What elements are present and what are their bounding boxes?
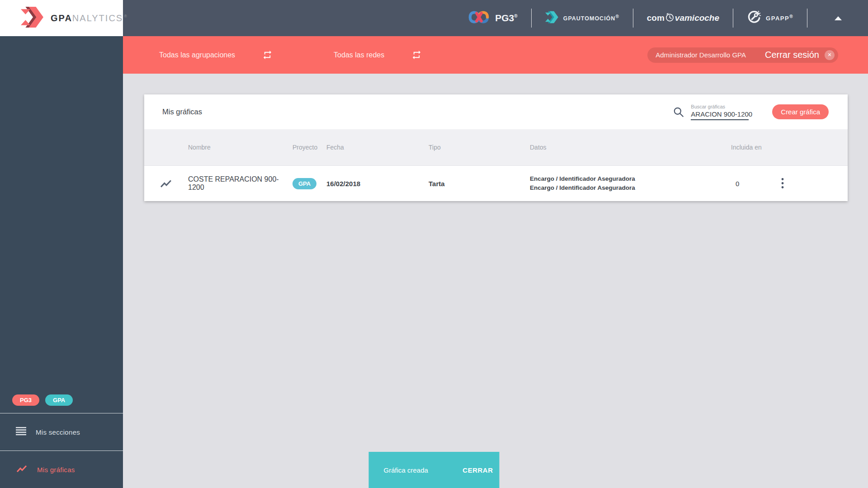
gpapp-wrench-icon	[747, 10, 761, 26]
header-tipo: Tipo	[429, 144, 530, 151]
line-chart-icon	[16, 464, 28, 475]
sidebar-item-mis-graficas[interactable]: Mis gráficas	[0, 451, 123, 488]
table-row[interactable]: COSTE REPARACION 900-1200 GPA 16/02/2018…	[144, 166, 848, 201]
search-icon[interactable]	[673, 106, 684, 118]
datos-line-2: Encargo / Identificador Aseguradora	[530, 183, 731, 192]
cell-fecha: 16/02/2018	[326, 180, 429, 188]
sidebar-item-mis-secciones[interactable]: Mis secciones	[0, 413, 123, 450]
clock-icon	[665, 12, 675, 24]
cell-tipo: Tarta	[429, 180, 530, 188]
gpa-analytics-arrow-icon	[21, 7, 44, 29]
gpa-badge[interactable]: GPA	[45, 394, 73, 406]
header-proyecto: Proyecto	[292, 144, 326, 151]
search-input-value: ARACION 900-1200	[691, 110, 752, 118]
snackbar: Gráfica creada CERRAR	[369, 452, 500, 488]
search-input[interactable]: Buscar gráficas ARACION 900-1200	[691, 104, 749, 120]
partner-logos: PG3® GPAUTOMOCIÓN® com	[468, 9, 868, 28]
pg3-infinity-icon	[468, 10, 490, 26]
header-incluida-en: Incluida en	[731, 144, 777, 151]
filter-bar: Todas las agrupaciones Todas las redes A…	[123, 36, 868, 74]
collapse-caret-icon[interactable]	[835, 16, 842, 20]
pg3-logo[interactable]: PG3®	[468, 10, 517, 26]
snackbar-message: Gráfica creada	[384, 466, 428, 474]
logout-button[interactable]: Cerrar sesión	[765, 50, 819, 60]
topbar-divider	[807, 9, 807, 28]
topbar-divider	[531, 9, 532, 28]
sidebar-spacer	[0, 36, 123, 394]
gpautomocion-logo[interactable]: GPAUTOMOCIÓN®	[545, 11, 619, 25]
cell-proyecto: GPA	[292, 178, 326, 189]
redes-label: Todas las redes	[334, 51, 384, 59]
create-chart-button[interactable]: Crear gráfica	[772, 104, 829, 119]
sidebar-item-label: Mis gráficas	[37, 466, 75, 474]
topbar-divider	[633, 9, 633, 28]
header-datos: Datos	[530, 144, 731, 151]
search-input-label: Buscar gráficas	[691, 104, 749, 109]
logout-close-icon[interactable]: ✕	[825, 50, 835, 60]
user-name: Administrador Desarrollo GPA	[656, 51, 746, 59]
brand-wordmark: GPANALYTICS®	[51, 13, 128, 23]
proyecto-badge: GPA	[292, 178, 316, 189]
cell-incluida-en: 0	[731, 180, 777, 188]
sidebar-badges: PG3 GPA	[0, 394, 123, 413]
cell-nombre: COSTE REPARACION 900-1200	[188, 175, 292, 192]
main-content: Mis gráficas Buscar gráficas ARACION 900…	[123, 74, 868, 488]
gpa-analytics-logo[interactable]: GPANALYTICS®	[0, 0, 123, 36]
swap-agrupaciones-icon[interactable]	[262, 50, 273, 60]
comprovamicoche-logo[interactable]: com vamicoche	[647, 12, 719, 24]
table-header: Nombre Proyecto Fecha Tipo Datos Incluid…	[144, 129, 848, 166]
user-session-pill: Administrador Desarrollo GPA Cerrar sesi…	[647, 47, 838, 63]
snackbar-close-button[interactable]: CERRAR	[462, 466, 493, 474]
chart-type-icon	[144, 178, 188, 189]
swap-redes-icon[interactable]	[411, 50, 422, 60]
page-title: Mis gráficas	[162, 108, 202, 116]
agrupaciones-label: Todas las agrupaciones	[159, 51, 235, 59]
sidebar: PG3 GPA Mis secciones Mis gráficas	[0, 36, 123, 488]
header-nombre: Nombre	[188, 144, 292, 151]
sidebar-item-label: Mis secciones	[36, 428, 80, 436]
menu-icon	[16, 427, 26, 437]
datos-line-1: Encargo / Identificador Aseguradora	[530, 174, 731, 183]
top-bar: GPANALYTICS® PG3®	[0, 0, 868, 36]
row-menu-icon[interactable]	[777, 178, 788, 189]
gpapp-logo[interactable]: GPAPP®	[747, 10, 793, 26]
mis-graficas-card: Mis gráficas Buscar gráficas ARACION 900…	[144, 94, 848, 201]
header-fecha: Fecha	[326, 144, 429, 151]
topbar-divider	[733, 9, 733, 28]
cell-datos: Encargo / Identificador Aseguradora Enca…	[530, 174, 731, 192]
card-header: Mis gráficas Buscar gráficas ARACION 900…	[144, 94, 848, 129]
gpautomocion-arrow-icon	[545, 11, 559, 25]
card-header-actions: Buscar gráficas ARACION 900-1200 Crear g…	[673, 104, 848, 120]
pg3-badge[interactable]: PG3	[12, 394, 39, 406]
